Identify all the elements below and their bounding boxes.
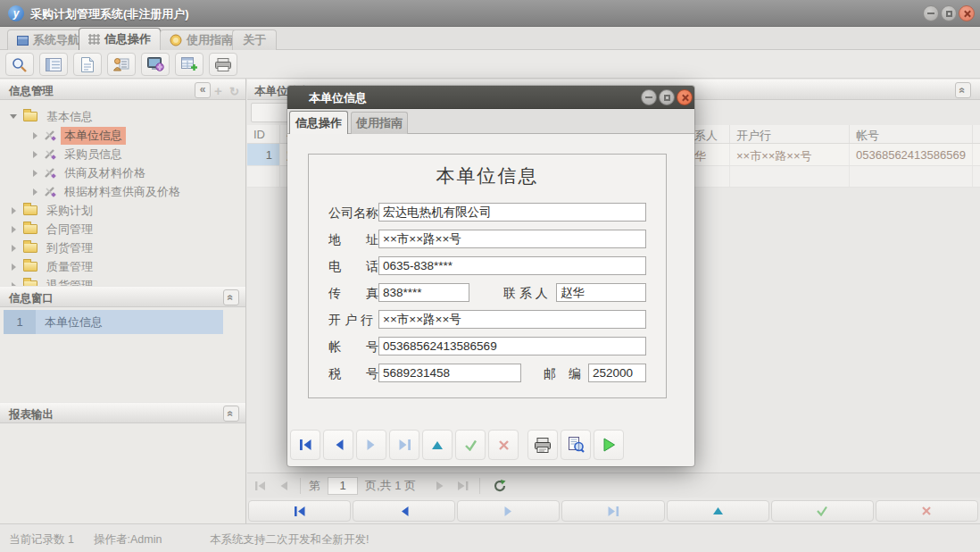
column-header[interactable]: 开户行 [730, 125, 850, 143]
fax-input[interactable] [378, 283, 469, 302]
search-button[interactable] [5, 53, 34, 76]
prev-record-button[interactable] [353, 500, 455, 522]
account-input[interactable] [378, 337, 646, 355]
close-button[interactable] [959, 5, 975, 21]
postcode-input[interactable] [588, 364, 646, 382]
expander-down-icon[interactable] [9, 114, 18, 119]
expander-right-icon[interactable] [9, 226, 18, 233]
pagination-bar: 第 页,共 1 页 [247, 473, 980, 498]
tab-system-nav[interactable]: 系统导航 [7, 29, 89, 50]
prev-page-button[interactable] [274, 476, 294, 496]
first-record-button[interactable] [290, 430, 320, 460]
collapse-up-button[interactable] [223, 289, 239, 305]
dialog-title-bar: 本单位信息 [287, 86, 694, 109]
dialog-minimize-button[interactable] [641, 89, 657, 105]
title-bar: y 采购计划管理系统(非注册用户) [0, 0, 980, 27]
phone-input[interactable] [378, 256, 646, 275]
tree-item-basic-info[interactable]: 基本信息 [0, 107, 245, 126]
first-page-button[interactable] [251, 476, 270, 496]
contact-input[interactable] [556, 283, 646, 302]
tree-item-quality-mgmt[interactable]: 质量管理 [0, 257, 245, 276]
cancel-button[interactable] [488, 430, 519, 460]
next-record-button[interactable] [356, 430, 386, 460]
cancel-button[interactable] [876, 500, 978, 522]
tree-label: 本单位信息 [61, 127, 126, 145]
info-window-header: 信息窗口 [0, 286, 245, 307]
print-button[interactable] [527, 430, 558, 460]
next-page-button[interactable] [430, 476, 450, 496]
form-view-icon [46, 58, 62, 71]
tab-info-operation[interactable]: 信息操作 [79, 28, 161, 50]
tree-item-buyer-info[interactable]: 采购员信息 [0, 145, 245, 163]
refresh-button[interactable] [490, 476, 510, 496]
tree-item-supplier-price[interactable]: 供商及材料价格 [0, 163, 245, 182]
page-number-input[interactable] [328, 477, 358, 495]
confirm-button[interactable] [455, 430, 486, 460]
form-view-button[interactable] [39, 53, 68, 76]
tree-item-contract-mgmt[interactable]: 合同管理 [0, 220, 245, 238]
tree-item-arrival-mgmt[interactable]: 到货管理 [0, 238, 245, 257]
dialog-tab-user-guide[interactable]: 使用指南 [351, 112, 408, 134]
field-label-address: 地 址 [328, 232, 378, 248]
buyer-info-icon [113, 57, 129, 71]
table-add-button[interactable] [175, 53, 203, 76]
cancel-icon [921, 506, 932, 516]
info-window-row[interactable]: 1 本单位信息 [4, 310, 242, 334]
document-button[interactable] [73, 53, 102, 76]
edit-record-button[interactable] [667, 500, 769, 522]
field-label-fax: 传 真 [328, 286, 378, 302]
print-icon [534, 438, 552, 453]
collapse-up-button[interactable] [955, 82, 971, 98]
expander-right-icon[interactable] [30, 170, 39, 177]
column-header[interactable]: 帐号 [850, 125, 973, 143]
last-record-button[interactable] [561, 500, 664, 522]
expander-right-icon[interactable] [9, 245, 18, 252]
wand-icon [44, 148, 56, 160]
minimize-button[interactable] [923, 5, 939, 21]
tree-item-query-supplier[interactable]: 根据材料查供商及价格 [0, 182, 245, 201]
tab-about[interactable]: 关于 [232, 29, 277, 50]
dialog-tab-info-operation[interactable]: 信息操作 [289, 111, 348, 134]
next-record-button[interactable] [457, 500, 560, 522]
tab-label: 信息操作 [104, 31, 151, 47]
print-preview-button[interactable] [561, 430, 591, 460]
first-record-button[interactable] [248, 500, 351, 522]
confirm-button[interactable] [771, 500, 874, 522]
next-record-icon [366, 439, 378, 451]
expander-right-icon[interactable] [30, 188, 39, 196]
expander-right-icon[interactable] [30, 151, 39, 158]
monitor-globe-button[interactable] [141, 53, 170, 76]
tree-item-company-info[interactable]: 本单位信息 [0, 126, 245, 145]
print-setup-button[interactable] [209, 53, 237, 76]
run-button[interactable] [594, 430, 624, 460]
column-header[interactable]: ID [247, 125, 280, 143]
print-preview-icon [568, 437, 585, 453]
record-count-label: 当前记录数 1 [9, 532, 74, 548]
buyer-info-button[interactable] [107, 53, 136, 76]
maximize-button[interactable] [941, 5, 957, 21]
collapse-up-button[interactable] [223, 406, 239, 422]
row-label: 本单位信息 [36, 310, 223, 334]
edit-record-button[interactable] [422, 430, 453, 460]
sidebar: 信息管理 基本信息 本单位信息 采购员信息 [0, 79, 246, 523]
dialog-maximize-button[interactable] [659, 89, 675, 105]
expander-right-icon[interactable] [9, 263, 18, 271]
prev-record-button[interactable] [323, 430, 353, 460]
last-page-button[interactable] [453, 476, 473, 496]
last-record-button[interactable] [389, 430, 419, 460]
company-info-dialog: 本单位信息 信息操作 使用指南 本单位信息 公司名称 地 址 电 话 传 真 联… [287, 86, 694, 466]
address-input[interactable] [378, 230, 646, 248]
tree-item-purchase-plan[interactable]: 采购计划 [0, 201, 245, 220]
tree-label: 根据材料查供商及价格 [61, 183, 184, 201]
expander-right-icon[interactable] [30, 132, 39, 139]
divider [300, 478, 301, 494]
tab-user-guide[interactable]: 使用指南 [160, 29, 243, 50]
tax-no-input[interactable] [378, 364, 521, 382]
close-icon [681, 94, 689, 102]
company-name-input[interactable] [378, 203, 646, 222]
dialog-close-button[interactable] [677, 89, 693, 105]
next-page-icon [435, 481, 445, 491]
expander-right-icon[interactable] [9, 207, 18, 214]
collapse-left-button[interactable] [195, 82, 211, 98]
bank-input[interactable] [378, 310, 646, 329]
